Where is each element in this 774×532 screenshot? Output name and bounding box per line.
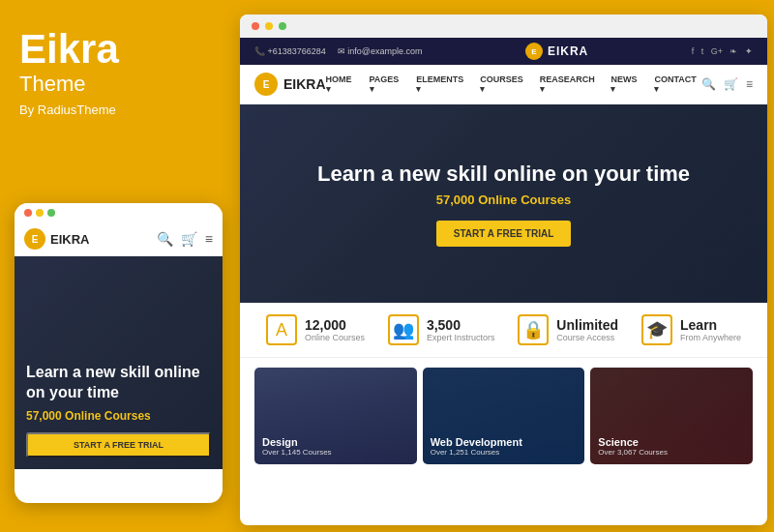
mobile-logo-icon: E [24, 228, 45, 250]
course-card-design-title: Design [262, 436, 409, 448]
nav-logo[interactable]: E EIKRA [254, 73, 326, 96]
nav-item-pages[interactable]: PAGES ▾ [370, 74, 405, 94]
mobile-nav: E EIKRA 🔍 🛒 ≡ [15, 222, 223, 256]
mobile-hero-bg: Learn a new skill online on your time 57… [15, 256, 223, 469]
stat-instructors-info: 3,500 Expert Instructors [427, 317, 495, 342]
stat-access-label: Course Access [556, 333, 618, 342]
browser-mockup: 📞 +61383766284 ✉ info@example.com E EIKR… [240, 15, 767, 525]
mobile-window-controls [24, 209, 55, 217]
stat-instructors-label: Expert Instructors [427, 333, 495, 342]
mobile-hero-sub: 57,000 Online Courses [26, 409, 211, 423]
hero-courses-number: 57,000 [436, 192, 475, 207]
hero-cta-button[interactable]: START A FREE TRIAL [436, 221, 572, 247]
stat-item-courses: A 12,000 Online Courses [266, 314, 365, 345]
nav-item-elements[interactable]: ELEMENTS ▾ [416, 74, 468, 94]
stat-learn-label: From Anywhere [680, 333, 741, 342]
nav-item-home[interactable]: HOME ▾ [326, 74, 358, 94]
course-card-science-title: Science [598, 436, 745, 448]
mobile-cart-icon[interactable]: 🛒 [181, 231, 197, 247]
topbar-contact: 📞 +61383766284 ✉ info@example.com [254, 46, 423, 56]
nav-item-news[interactable]: NEWS ▾ [610, 74, 642, 94]
course-card-design-bg: Design Over 1,145 Courses [254, 368, 417, 464]
left-panel: Eikra Theme By RadiusTheme E EIKRA 🔍 🛒 ≡ [0, 0, 237, 532]
mobile-mockup: E EIKRA 🔍 🛒 ≡ Learn a new skill online o… [15, 203, 223, 503]
mobile-search-icon[interactable]: 🔍 [157, 231, 173, 247]
stat-item-instructors: 👥 3,500 Expert Instructors [388, 314, 495, 345]
topbar-email: ✉ info@example.com [338, 46, 423, 56]
browser-dot-green [279, 22, 286, 30]
hero-courses-label: Online Courses [478, 192, 571, 207]
mobile-dot-yellow [36, 209, 44, 217]
mobile-courses-number: 57,000 [26, 409, 62, 423]
mobile-dot-red [24, 209, 32, 217]
browser-window-bar [240, 15, 767, 38]
mobile-nav-icons: 🔍 🛒 ≡ [157, 231, 213, 247]
topbar-logo: E EIKRA [525, 43, 588, 60]
mobile-cta-button[interactable]: START A FREE TRIAL [26, 432, 211, 458]
browser-dot-yellow [265, 22, 273, 30]
nav-search-icon[interactable]: 🔍 [701, 77, 716, 91]
nav-item-research[interactable]: REASEARCH ▾ [540, 74, 600, 94]
mobile-top-bar [15, 203, 223, 222]
nav-cart-icon[interactable]: 🛒 [724, 77, 738, 91]
mobile-hero: Learn a new skill online on your time 57… [15, 256, 223, 469]
social-links: f t G+ ❧ ✦ [692, 46, 753, 56]
brand-title: Eikra [19, 29, 218, 70]
nav-icons: 🔍 🛒 ≡ [701, 77, 753, 91]
course-card-science-sub: Over 3,067 Courses [598, 448, 745, 457]
browser-dot-red [252, 22, 259, 30]
course-card-webdev-bg: Web Development Over 1,251 Courses [423, 368, 585, 464]
topbar-logo-text: EIKRA [548, 44, 588, 58]
course-card-webdev[interactable]: Web Development Over 1,251 Courses [423, 368, 585, 464]
mobile-logo-text: EIKRA [50, 232, 89, 247]
brand-sub: Theme [19, 72, 218, 97]
stat-courses-label: Online Courses [305, 333, 365, 342]
stat-access-number: Unlimited [556, 317, 618, 333]
nav-menu: HOME ▾ PAGES ▾ ELEMENTS ▾ COURSES ▾ REAS… [326, 74, 701, 94]
mobile-hero-title: Learn a new skill online on your time [26, 363, 211, 403]
learn-icon: 🎓 [641, 314, 672, 345]
hero-sub: 57,000 Online Courses [436, 192, 571, 207]
courses-icon: A [266, 314, 297, 345]
nav-logo-icon: E [254, 73, 278, 96]
course-card-science-bg: Science Over 3,067 Courses [590, 368, 753, 464]
course-card-webdev-sub: Over 1,251 Courses [431, 448, 578, 457]
stat-instructors-number: 3,500 [427, 317, 495, 333]
hero-title: Learn a new skill online on your time [317, 162, 690, 187]
course-card-design[interactable]: Design Over 1,145 Courses [254, 368, 417, 464]
site-navbar: E EIKRA HOME ▾ PAGES ▾ ELEMENTS ▾ COURSE… [240, 65, 767, 104]
access-icon: 🔒 [518, 314, 549, 345]
stat-item-access: 🔒 Unlimited Course Access [518, 314, 618, 345]
brand-by: By RadiusTheme [19, 103, 218, 117]
topbar-phone: 📞 +61383766284 [254, 46, 326, 56]
nav-item-contact[interactable]: CONTACT ▾ [654, 74, 701, 94]
stat-access-info: Unlimited Course Access [556, 317, 618, 342]
stat-item-learn: 🎓 Learn From Anywhere [641, 314, 741, 345]
nav-item-courses[interactable]: COURSES ▾ [480, 74, 528, 94]
course-card-science[interactable]: Science Over 3,067 Courses [590, 368, 753, 464]
mobile-menu-icon[interactable]: ≡ [205, 231, 213, 247]
topbar-social: f t G+ ❧ ✦ [692, 46, 753, 56]
nav-logo-text: EIKRA [283, 76, 326, 92]
mobile-dot-green [47, 209, 55, 217]
topbar-logo-icon: E [525, 43, 543, 60]
stat-learn-number: Learn [680, 317, 741, 333]
stats-bar: A 12,000 Online Courses 👥 3,500 Expert I… [240, 303, 767, 358]
stat-courses-info: 12,000 Online Courses [305, 317, 365, 342]
instructors-icon: 👥 [388, 314, 419, 345]
stat-learn-info: Learn From Anywhere [680, 317, 741, 342]
site-hero: Learn a new skill online on your time 57… [240, 104, 767, 303]
course-card-webdev-title: Web Development [431, 436, 578, 448]
courses-row: Design Over 1,145 Courses Web Developmen… [240, 358, 767, 474]
course-card-design-sub: Over 1,145 Courses [262, 448, 409, 457]
site-topbar: 📞 +61383766284 ✉ info@example.com E EIKR… [240, 38, 767, 65]
mobile-courses-label: Online Courses [65, 409, 151, 423]
mobile-logo: E EIKRA [24, 228, 89, 250]
stat-courses-number: 12,000 [305, 317, 365, 333]
nav-hamburger-icon[interactable]: ≡ [746, 77, 753, 91]
